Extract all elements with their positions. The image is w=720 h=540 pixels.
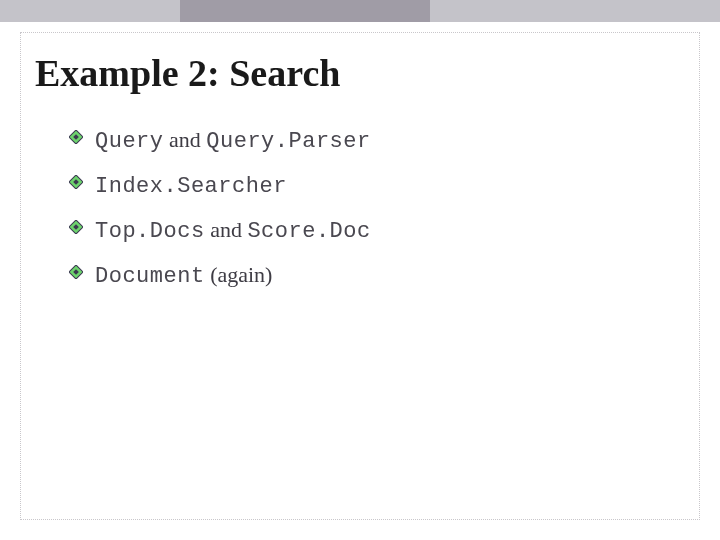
list-item: Top.Docs and Score.Doc [69, 213, 689, 248]
text-run: Top.Docs [95, 219, 205, 244]
diamond-icon [69, 265, 83, 279]
bullet-list: Query and Query.Parser Index.Searcher To… [69, 123, 689, 293]
text-run: Query [95, 129, 164, 154]
text-run: Index.Searcher [95, 174, 287, 199]
diamond-icon [69, 220, 83, 234]
slide-frame: Example 2: Search Query and Query.Parser… [20, 32, 700, 520]
text-run: and [205, 217, 248, 242]
header-bar [0, 0, 720, 22]
slide-title: Example 2: Search [35, 51, 689, 95]
text-run: Score.Doc [247, 219, 370, 244]
list-item: Index.Searcher [69, 168, 689, 203]
bullet-text-2: Top.Docs and Score.Doc [95, 217, 371, 242]
header-accent [180, 0, 430, 22]
bullet-text-3: Document (again) [95, 262, 272, 287]
text-run: and [164, 127, 207, 152]
diamond-icon [69, 130, 83, 144]
list-item: Document (again) [69, 258, 689, 293]
bullet-text-1: Index.Searcher [95, 172, 287, 197]
list-item: Query and Query.Parser [69, 123, 689, 158]
text-run: (again) [205, 262, 273, 287]
bullet-text-0: Query and Query.Parser [95, 127, 371, 152]
text-run: Document [95, 264, 205, 289]
text-run: Query.Parser [206, 129, 370, 154]
diamond-icon [69, 175, 83, 189]
